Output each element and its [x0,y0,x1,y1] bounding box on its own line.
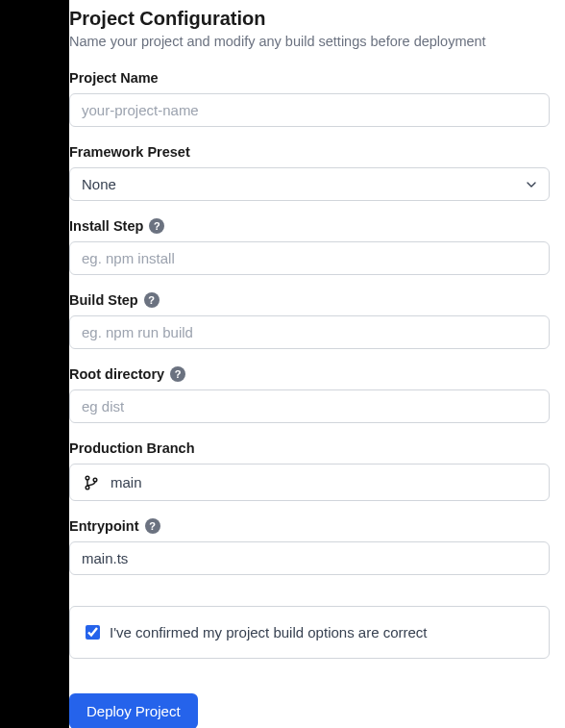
root-directory-label-text: Root directory [69,366,164,382]
svg-point-1 [86,486,89,490]
install-step-label-text: Install Step [69,218,143,234]
project-name-input[interactable] [69,93,550,127]
build-step-label: Build Step ? [69,292,550,308]
entrypoint-group: Entrypoint ? [69,518,550,575]
entrypoint-label: Entrypoint ? [69,518,550,534]
deploy-button[interactable]: Deploy Project [69,693,198,728]
install-step-group: Install Step ? [69,218,550,275]
project-name-label-text: Project Name [69,70,159,86]
root-directory-group: Root directory ? [69,366,550,423]
page-subtitle: Name your project and modify any build s… [69,34,550,49]
help-icon[interactable]: ? [144,292,160,308]
help-icon[interactable]: ? [145,518,160,534]
help-icon[interactable]: ? [170,366,185,382]
framework-preset-label: Framework Preset [69,144,550,160]
framework-preset-group: Framework Preset None [69,144,550,201]
main-content: Project Configuration Name your project … [69,0,565,728]
root-directory-label: Root directory ? [69,366,550,382]
production-branch-label: Production Branch [69,440,550,456]
project-name-group: Project Name [69,70,550,127]
production-branch-value: main [111,474,142,490]
svg-point-0 [86,476,89,480]
left-sidebar [0,0,69,728]
confirm-label[interactable]: I've confirmed my project build options … [110,624,428,640]
git-branch-icon [84,475,99,490]
confirm-box: I've confirmed my project build options … [69,606,550,659]
production-branch-display[interactable]: main [69,464,550,501]
help-icon[interactable]: ? [149,218,164,234]
build-step-label-text: Build Step [69,292,138,308]
install-step-input[interactable] [69,241,550,275]
entrypoint-input[interactable] [69,541,550,575]
build-step-input[interactable] [69,315,550,349]
confirm-checkbox[interactable] [86,625,100,640]
project-name-label: Project Name [69,70,550,86]
framework-preset-select[interactable]: None [69,167,550,201]
root-directory-input[interactable] [69,389,550,423]
entrypoint-label-text: Entrypoint [69,518,139,534]
build-step-group: Build Step ? [69,292,550,349]
install-step-label: Install Step ? [69,218,550,234]
production-branch-group: Production Branch main [69,440,550,501]
production-branch-label-text: Production Branch [69,440,195,456]
page-title: Project Configuration [69,8,550,30]
framework-preset-label-text: Framework Preset [69,144,190,160]
svg-point-2 [93,478,97,482]
